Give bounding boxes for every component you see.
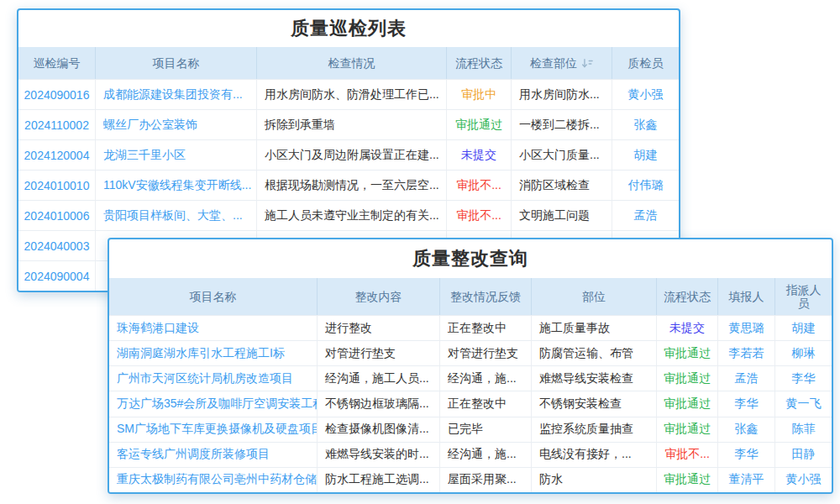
assignee-link[interactable]: 柳琳	[775, 341, 832, 365]
rectification-content-cell: 检查摄像机图像清...	[318, 417, 440, 442]
column-header-project-name: 项目名称	[96, 47, 257, 79]
column-header-rectification-feedback: 整改情况反馈	[440, 278, 532, 315]
assignee-link[interactable]: 黄小强	[775, 468, 832, 492]
inspection-table-row: 2024090016 成都能源建设集团投资有... 用水房间防水、防滑处理工作已…	[18, 79, 679, 109]
reporter-link[interactable]: 黄思璐	[718, 316, 775, 340]
column-header-inspection-situation: 检查情况	[257, 47, 447, 79]
assignee-link[interactable]: 陈菲	[775, 417, 832, 442]
process-status-badge: 审批不...	[447, 171, 512, 200]
project-name-link[interactable]: 110kV安徽线程集变开断线...	[96, 171, 257, 200]
reporter-link[interactable]: 李华	[718, 443, 775, 467]
rectification-content-cell: 不锈钢边框玻璃隔...	[318, 391, 440, 416]
column-header-process-status: 流程状态	[657, 278, 718, 315]
quality-inspector-link[interactable]: 黄小强	[612, 80, 679, 109]
project-name-link[interactable]: 广州市天河区统计局机房改造项目	[109, 366, 318, 391]
part-cell: 不锈钢安装检查	[532, 391, 657, 416]
quality-inspector-link[interactable]: 付伟璐	[612, 171, 679, 200]
inspection-list-header: 巡检编号 项目名称 检查情况 流程状态 检查部位 质检员	[18, 47, 679, 79]
process-status-badge: 审批通过	[657, 366, 718, 391]
inspection-id-link[interactable]: 2024110002	[18, 110, 96, 139]
quality-inspector-link[interactable]: 孟浩	[612, 201, 679, 230]
part-cell: 防腐管运输、布管	[532, 341, 657, 365]
part-cell: 监控系统质量抽查	[532, 417, 657, 442]
project-name-link[interactable]: 珠海鹤港口建设	[109, 316, 318, 340]
inspection-id-link[interactable]: 2024090004	[18, 261, 96, 291]
column-header-rectification-content: 整改内容	[318, 278, 440, 315]
project-name-link[interactable]: 湖南洞庭湖水库引水工程施工I标	[109, 341, 318, 365]
rectification-query-header: 项目名称 整改内容 整改情况反馈 部位 流程状态 填报人 指派人员	[109, 278, 832, 315]
project-name-link[interactable]: 龙湖三千里小区	[96, 140, 257, 170]
project-name-link[interactable]: 贵阳项目样板间、大堂、...	[96, 201, 257, 230]
inspection-list-title: 质量巡检列表	[18, 10, 679, 47]
project-name-link[interactable]: 成都能源建设集团投资有...	[96, 80, 257, 109]
project-name-link[interactable]: 客运专线广州调度所装修项目	[109, 443, 318, 467]
inspection-table-row: 2024110002 螺丝厂办公室装饰 拆除到承重墙 审批通过 一楼到二楼拆..…	[18, 109, 679, 139]
rectification-content-cell: 进行整改	[318, 316, 440, 340]
rectification-content-cell: 防水工程施工选调...	[318, 468, 440, 492]
process-status-badge: 审批通过	[657, 468, 718, 492]
inspection-location-cell: 消防区域检查	[512, 171, 612, 200]
process-status-badge: 审批通过	[447, 110, 512, 139]
rectification-table-row: 客运专线广州调度所装修项目 难燃导线安装的时... 经沟通，施... 电线没有接…	[109, 442, 832, 467]
process-status-badge: 审批不...	[447, 201, 512, 230]
column-header-reporter: 填报人	[718, 278, 775, 315]
project-name-link[interactable]: 螺丝厂办公室装饰	[96, 110, 257, 139]
rectification-query-title: 质量整改查询	[109, 239, 832, 278]
inspection-id-link[interactable]: 2024040003	[18, 231, 96, 260]
inspection-location-cell: 文明施工问题	[512, 201, 612, 230]
reporter-link[interactable]: 张鑫	[718, 417, 775, 442]
assignee-link[interactable]: 李华	[775, 366, 832, 391]
rectification-table-row: 珠海鹤港口建设 进行整改 正在整改中 施工质量事故 未提交 黄思璐 胡建	[109, 315, 832, 340]
column-header-part: 部位	[532, 278, 657, 315]
inspection-id-link[interactable]: 2024010006	[18, 201, 96, 230]
rectification-query-card: 质量整改查询 项目名称 整改内容 整改情况反馈 部位 流程状态 填报人 指派人员…	[108, 238, 833, 494]
process-status-badge: 未提交	[657, 316, 718, 340]
column-header-inspection-location[interactable]: 检查部位	[512, 47, 612, 79]
reporter-link[interactable]: 李若若	[718, 341, 775, 365]
rectification-feedback-cell: 经沟通，施...	[440, 443, 532, 467]
column-header-assignee: 指派人员	[775, 278, 832, 315]
rectification-feedback-cell: 已完毕	[440, 417, 532, 442]
reporter-link[interactable]: 李华	[718, 391, 775, 416]
sort-descending-icon[interactable]	[581, 58, 593, 69]
column-header-project-name: 项目名称	[109, 278, 318, 315]
column-header-quality-inspector: 质检员	[612, 47, 679, 79]
rectification-content-cell: 对管进行垫支	[318, 341, 440, 365]
project-name-link[interactable]: SM广场地下车库更换摄像机及硬盘项目	[109, 417, 318, 442]
rectification-table-row: 湖南洞庭湖水库引水工程施工I标 对管进行垫支 对管进行垫支 防腐管运输、布管 审…	[109, 340, 832, 365]
inspection-situation-cell: 拆除到承重墙	[257, 110, 447, 139]
rectification-content-cell: 经沟通，施工人员...	[318, 366, 440, 391]
rectification-content-cell: 难燃导线安装的时...	[318, 443, 440, 467]
reporter-link[interactable]: 董清平	[718, 468, 775, 492]
assignee-link[interactable]: 黄一飞	[775, 391, 832, 416]
process-status-badge: 审批不...	[657, 443, 718, 467]
assignee-link[interactable]: 胡建	[775, 316, 832, 340]
inspection-situation-cell: 小区大门及周边附属设置正在建...	[257, 140, 447, 170]
part-cell: 施工质量事故	[532, 316, 657, 340]
project-name-link[interactable]: 重庆太极制药有限公司亳州中药材仓储物流	[109, 468, 318, 492]
rectification-table-row: 广州市天河区统计局机房改造项目 经沟通，施工人员... 经沟通，施... 难燃导…	[109, 365, 832, 391]
process-status-badge: 审批通过	[657, 391, 718, 416]
rectification-query-body: 珠海鹤港口建设 进行整改 正在整改中 施工质量事故 未提交 黄思璐 胡建 湖南洞…	[109, 315, 832, 492]
rectification-feedback-cell: 正在整改中	[440, 316, 532, 340]
rectification-table-row: 万达广场35#会所及咖啡厅空调安装工程 不锈钢边框玻璃隔... 正在整改中 不锈…	[109, 391, 832, 416]
part-cell: 电线没有接好，...	[532, 443, 657, 467]
inspection-situation-cell: 根据现场勘测情况，一至六层空...	[257, 171, 447, 200]
rectification-feedback-cell: 经沟通，施...	[440, 366, 532, 391]
process-status-badge: 审批通过	[657, 417, 718, 442]
project-name-link[interactable]: 万达广场35#会所及咖啡厅空调安装工程	[109, 391, 318, 416]
inspection-table-row: 2024010006 贵阳项目样板间、大堂、... 施工人员未遵守业主制定的有关…	[18, 200, 679, 230]
rectification-feedback-cell: 正在整改中	[440, 391, 532, 416]
inspection-location-cell: 一楼到二楼拆...	[512, 110, 612, 139]
quality-inspector-link[interactable]: 张鑫	[612, 110, 679, 139]
inspection-id-link[interactable]: 2024090016	[18, 80, 96, 109]
inspection-table-row: 2024010010 110kV安徽线程集变开断线... 根据现场勘测情况，一至…	[18, 170, 679, 200]
column-header-process-status: 流程状态	[447, 47, 512, 79]
column-header-inspection-id: 巡检编号	[18, 47, 96, 79]
inspection-id-link[interactable]: 2024010010	[18, 171, 96, 200]
process-status-badge: 审批中	[447, 80, 512, 109]
quality-inspector-link[interactable]: 胡建	[612, 140, 679, 170]
assignee-link[interactable]: 田静	[775, 443, 832, 467]
reporter-link[interactable]: 孟浩	[718, 366, 775, 391]
inspection-id-link[interactable]: 2024120004	[18, 140, 96, 170]
